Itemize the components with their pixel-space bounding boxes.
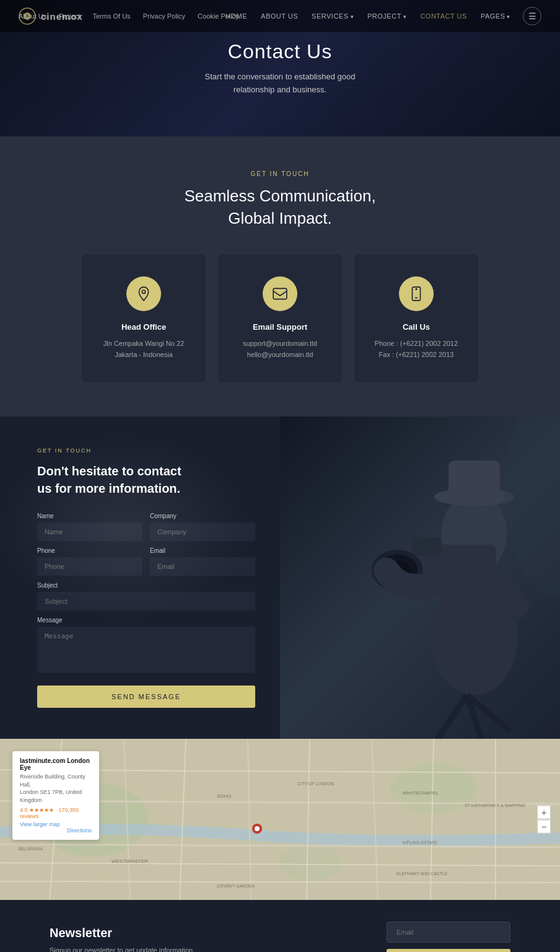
- head-office-title: Head Office: [97, 322, 190, 332]
- view-larger-map-link[interactable]: View larger map: [20, 821, 92, 827]
- call-us-detail: Phone : (+6221) 2002 2012 Fax : (+6221) …: [370, 338, 463, 361]
- location-icon: [136, 286, 152, 302]
- zoom-in-button[interactable]: +: [537, 806, 551, 819]
- card-email-support: Email Support support@yourdomain.tld hel…: [218, 255, 342, 382]
- map-card-title: lastminute.com London Eye: [20, 757, 92, 771]
- footer-nav-privacy[interactable]: Privacy Policy: [143, 12, 185, 20]
- svg-rect-12: [412, 537, 441, 556]
- form-row-message: Message: [37, 617, 255, 673]
- map-section: SOHO CITY OF LONDON WHITECHAPEL BELGRAVI…: [0, 739, 560, 900]
- phone-icon-wrap: [399, 276, 434, 311]
- directions-link[interactable]: Directions: [67, 827, 92, 834]
- call-us-title: Call Us: [370, 322, 463, 332]
- map-watermark: [0, 435, 248, 621]
- svg-rect-18: [448, 461, 500, 501]
- newsletter-right: ✉ SIGN UP: [387, 922, 510, 952]
- card-call-us: Call Us Phone : (+6221) 2002 2012 Fax : …: [354, 255, 478, 382]
- hero-content: Contact Us Start the conversation to est…: [205, 40, 356, 97]
- footer-nav-terms[interactable]: Terms Of Us: [93, 12, 131, 20]
- svg-text:COVENT GARDEN: COVENT GARDEN: [217, 884, 255, 888]
- svg-text:WESTMINSTER: WESTMINSTER: [112, 858, 148, 864]
- map-card-rating: 4.5 ★★★★★ · 170,355 reviews: [20, 807, 92, 819]
- send-message-button[interactable]: SEND MESSAGE: [37, 685, 255, 708]
- svg-point-50: [255, 826, 260, 831]
- svg-text:SOHO: SOHO: [217, 793, 232, 799]
- svg-point-26: [279, 844, 341, 881]
- svg-text:ELEPHANT AND CASTLE: ELEPHANT AND CASTLE: [396, 871, 448, 876]
- form-right-image: [280, 416, 560, 739]
- svg-text:WHITECHAPEL: WHITECHAPEL: [403, 790, 439, 796]
- footer-nav-cookie[interactable]: Cookie Policy: [198, 12, 239, 20]
- hero-subtitle: Start the conversation to established go…: [205, 71, 356, 97]
- photographer-svg: [280, 416, 560, 739]
- section-title: Seamless Communication,Global Impact.: [37, 185, 523, 230]
- map-card-address: Riverside Building, County Hall,London S…: [20, 773, 92, 804]
- email-title: Email Support: [234, 322, 326, 332]
- photographer-image: [280, 416, 560, 739]
- email-icon-wrap: [263, 276, 297, 311]
- newsletter-description: Signup our newsletter to get update info…: [50, 945, 195, 952]
- form-group-message: Message: [37, 617, 255, 673]
- map-zoom-controls: + −: [537, 806, 551, 834]
- svg-rect-4: [273, 288, 287, 299]
- footer-nav: About Us Project Terms Of Us Privacy Pol…: [0, 0, 560, 32]
- head-office-detail: Jln Cempaka Wangi No 22 Jakarta - Indone…: [97, 338, 190, 361]
- newsletter-email-input[interactable]: [387, 922, 510, 943]
- footer-nav-about[interactable]: About Us: [19, 12, 46, 20]
- card-head-office: Head Office Jln Cempaka Wangi No 22 Jaka…: [82, 255, 206, 382]
- newsletter-title: Newsletter: [50, 926, 195, 940]
- zoom-out-button[interactable]: −: [537, 820, 551, 834]
- svg-text:ST KATHARINE'S & WAPPING: ST KATHARINE'S & WAPPING: [465, 803, 525, 808]
- svg-text:CITY OF LONDON: CITY OF LONDON: [297, 782, 334, 786]
- phone-icon: [408, 286, 424, 302]
- svg-point-3: [142, 290, 145, 293]
- svg-text:BELGRAVIA: BELGRAVIA: [19, 847, 43, 851]
- svg-text:KIPLING ESTATE: KIPLING ESTATE: [403, 840, 437, 845]
- contact-cards: Head Office Jln Cempaka Wangi No 22 Jaka…: [37, 255, 523, 382]
- message-textarea[interactable]: [37, 627, 255, 673]
- svg-point-25: [390, 764, 477, 813]
- email-icon: [272, 286, 288, 302]
- form-section: GET IN TOUCH Don't hesitate to contactus…: [0, 416, 560, 739]
- contact-info-section: GET IN TOUCH Seamless Communication,Glob…: [0, 136, 560, 416]
- section-label-get-in-touch: GET IN TOUCH: [37, 170, 523, 177]
- hero-title: Contact Us: [205, 40, 356, 63]
- newsletter-signup-button[interactable]: ✉ SIGN UP: [387, 949, 510, 952]
- newsletter-section: Newsletter Signup our newsletter to get …: [0, 900, 560, 952]
- footer-nav-project[interactable]: Project: [59, 12, 80, 20]
- head-office-icon-wrap: [126, 276, 161, 311]
- email-detail: support@yourdomain.tld hello@yourdomain.…: [234, 338, 326, 361]
- newsletter-left: Newsletter Signup our newsletter to get …: [50, 926, 195, 952]
- map-info-card: lastminute.com London Eye Riverside Buil…: [12, 751, 99, 839]
- form-left: GET IN TOUCH Don't hesitate to contactus…: [0, 416, 280, 739]
